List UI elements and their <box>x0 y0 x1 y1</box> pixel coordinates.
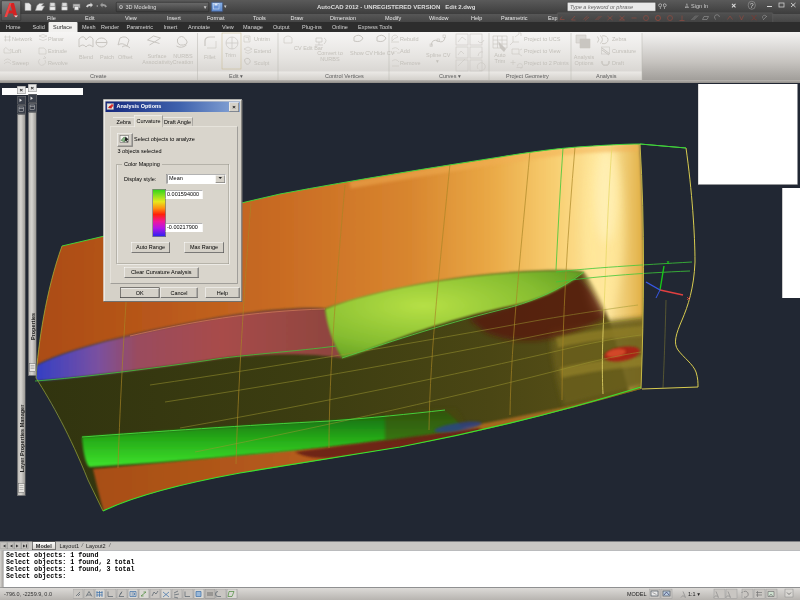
svg-text:1:1 ▾: 1:1 ▾ <box>688 591 700 597</box>
